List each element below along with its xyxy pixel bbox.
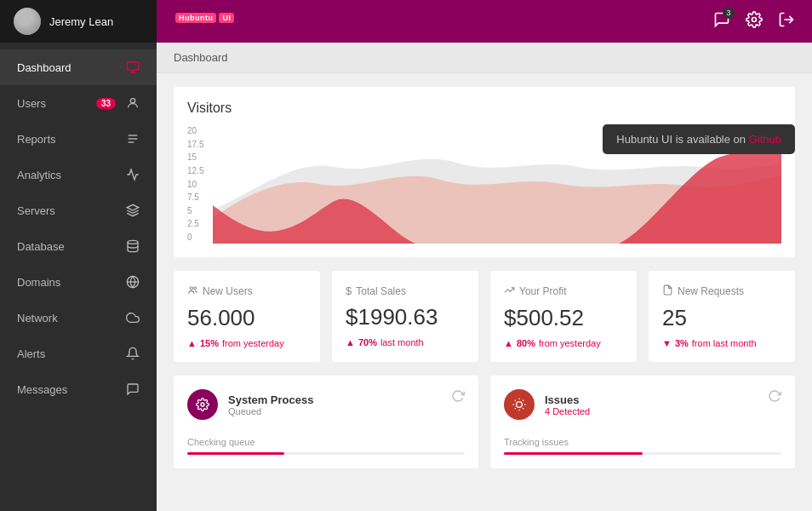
bug-icon	[504, 389, 535, 420]
progress-fill-system	[187, 452, 284, 455]
svg-line-18	[523, 408, 523, 409]
progress-bar-issues	[504, 452, 781, 455]
msg-icon	[121, 382, 140, 396]
globe-icon	[121, 275, 140, 289]
chart-icon	[121, 168, 140, 181]
sidebar-nav: Dashboard Users 33 Reports Analytics	[0, 43, 157, 511]
stat-card-total-sales: $ Total Sales $1990.63 ▲ 70% last month	[332, 271, 478, 362]
svg-point-11	[190, 287, 192, 290]
cloud-icon	[121, 311, 140, 324]
github-link[interactable]: Github	[749, 133, 781, 146]
refresh-icon-issues[interactable]	[768, 389, 781, 406]
topbar-actions: 3	[713, 11, 795, 32]
breadcrumb: Dashboard	[157, 43, 812, 73]
content-area: Dashboard Hubuntu UI is available on Git…	[157, 43, 812, 511]
sidebar-item-database[interactable]: Database	[0, 228, 157, 264]
svg-line-17	[515, 400, 516, 401]
chart-y-labels: 20 17.5 15 12.5 10 7.5 5 2.5 0	[187, 124, 203, 244]
stat-value-profit: $500.52	[504, 305, 623, 331]
main-content: HubuntuUI 3 Dashboard Hubuntu UI is avai…	[157, 0, 812, 511]
stat-value-requests: 25	[662, 305, 781, 331]
notification-badge: 3	[723, 7, 735, 19]
svg-line-22	[523, 400, 523, 401]
stat-change-requests: ▼ 3% from last month	[662, 338, 781, 348]
sidebar-username: Jeremy Lean	[49, 15, 113, 28]
progress-label-issues: Tracking issues	[504, 437, 781, 447]
dollar-icon: $	[346, 284, 352, 297]
stat-card-profit: Your Profit $500.52 ▲ 80% from yesterday	[490, 271, 637, 362]
process-card-issues: Issues 4 Detected Tracking issues	[490, 376, 795, 468]
sidebar-item-alerts[interactable]: Alerts	[0, 336, 157, 371]
process-subtitle-issues: 4 Detected	[545, 406, 590, 416]
sidebar-item-dashboard[interactable]: Dashboard	[0, 49, 157, 85]
progress-bar-system	[187, 452, 465, 455]
stat-change-new-users: ▲ 15% from yesterday	[187, 338, 306, 348]
svg-point-9	[752, 17, 757, 21]
process-subtitle-system: Queued	[228, 406, 313, 416]
process-title-issues: Issues	[545, 393, 590, 406]
content-inner: Hubuntu UI is available on Github Visito…	[157, 73, 812, 482]
users-icon	[187, 284, 198, 298]
list-icon	[121, 132, 140, 146]
process-card-system: System Process Queued Checking queue	[174, 376, 478, 468]
stat-card-requests: New Requests 25 ▼ 3% from last month	[649, 271, 795, 362]
layers-icon	[121, 204, 140, 217]
sidebar-item-network[interactable]: Network	[0, 300, 157, 336]
sidebar-header: Jeremy Lean	[0, 0, 157, 43]
topbar: HubuntuUI 3	[157, 0, 812, 43]
svg-point-13	[201, 403, 204, 406]
sidebar-item-analytics[interactable]: Analytics	[0, 157, 157, 192]
monitor-icon	[121, 60, 140, 74]
stat-change-total-sales: ▲ 70% last month	[346, 337, 465, 347]
brand-logo: HubuntuUI	[174, 10, 234, 32]
settings-icon[interactable]	[746, 11, 763, 32]
svg-line-21	[515, 408, 516, 409]
users-badge: 33	[96, 98, 116, 109]
trend-icon	[504, 284, 515, 298]
user-icon	[121, 96, 140, 110]
db-icon	[121, 239, 140, 253]
stat-card-new-users: New Users 56.000 ▲ 15% from yesterday	[174, 271, 320, 362]
brand-tag: UI	[219, 13, 234, 23]
avatar	[14, 8, 41, 35]
svg-marker-5	[127, 204, 138, 210]
refresh-icon-system[interactable]	[451, 389, 465, 406]
sidebar-item-domains[interactable]: Domains	[0, 264, 157, 300]
process-icon	[187, 389, 218, 420]
svg-point-1	[130, 99, 134, 103]
sidebar-item-servers[interactable]: Servers	[0, 192, 157, 228]
logout-icon[interactable]	[778, 11, 795, 32]
chart-title: Visitors	[187, 100, 781, 116]
stat-value-new-users: 56.000	[187, 305, 306, 331]
message-icon[interactable]: 3	[713, 11, 730, 32]
stat-value-total-sales: $1990.63	[346, 304, 465, 330]
bell-icon	[121, 347, 140, 360]
svg-point-6	[128, 240, 138, 244]
bottom-row: System Process Queued Checking queue	[174, 376, 795, 468]
notification-banner: Hubuntu UI is available on Github	[603, 124, 795, 154]
sidebar-item-messages[interactable]: Messages	[0, 371, 157, 407]
doc-icon	[662, 284, 673, 298]
stats-row: New Users 56.000 ▲ 15% from yesterday $ …	[174, 271, 795, 362]
process-title-system: System Process	[228, 393, 313, 406]
stat-change-profit: ▲ 80% from yesterday	[504, 338, 623, 348]
sidebar: Jeremy Lean Dashboard Users 33 Reports	[0, 0, 157, 511]
svg-point-12	[194, 287, 197, 290]
svg-rect-0	[127, 62, 138, 70]
progress-fill-issues	[504, 452, 643, 455]
progress-label-system: Checking queue	[187, 437, 465, 447]
sidebar-item-reports[interactable]: Reports	[0, 121, 157, 157]
sidebar-item-users[interactable]: Users 33	[0, 85, 157, 121]
chart-section: Visitors 20 17.5 15 12.5 10 7.5 5 2.5 0	[174, 87, 795, 257]
svg-point-14	[517, 402, 523, 408]
